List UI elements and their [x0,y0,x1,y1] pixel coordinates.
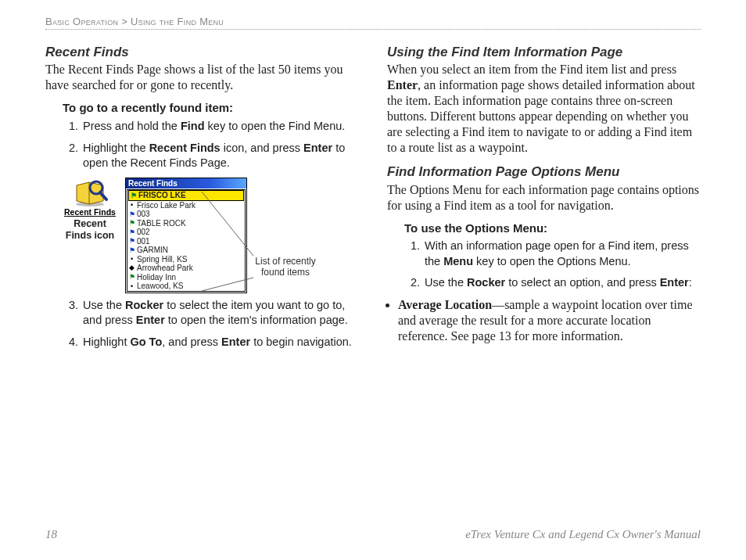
device-item-text: Holiday Inn [137,273,176,282]
step-text: , and press [162,336,221,348]
device-list-item: ⚑FRISCO LKE [128,190,244,201]
step-bold: Recent Finds [149,142,221,154]
step-bold: Rocker [125,299,163,311]
device-screenshot: Recent Finds ⚑FRISCO LKE•Frisco Lake Par… [125,178,247,293]
para-options-menu: The Options Menu for each information pa… [387,182,701,214]
list-item: Highlight Go To, and press Enter to begi… [81,335,359,350]
list-item: Highlight the Recent Finds icon, and pre… [81,141,359,171]
step-bold: Rocker [467,276,505,289]
device-title-bar: Recent Finds [126,178,246,189]
step-text: Press and hold the [83,120,181,132]
callout-text: List of recently found items [255,256,316,278]
body-bold: Enter [387,78,418,92]
device-list-item: •Leawood, KS [127,282,245,291]
step-text: to select an option, and press [505,276,660,289]
running-head: Basic Operation > Using the Find Menu [45,16,701,27]
step-bold: Menu [443,255,473,267]
steps-options: With an information page open for a Find… [404,239,701,291]
body-text: When you select an item from the Find it… [387,63,676,76]
recent-finds-icon [72,178,108,207]
step-text: Use the [425,276,467,289]
step-text: key to open the Find Menu. [205,120,346,132]
instruction-heading-recent: To go to a recently found item: [63,101,359,116]
heading-info-page: Using the Find Item Information Page [387,44,701,60]
figure-recent-finds: Recent Finds Recent Finds icon Recent Fi… [63,178,359,293]
instruction-heading-options: To use the Options Menu: [404,221,701,236]
step-text: icon, and press [221,142,303,154]
steps-recent-1-2: Press and hold the Find key to open the … [63,119,359,171]
list-item: Use the Rocker to select the item you wa… [81,298,359,328]
device-item-text: 002 [137,228,150,237]
left-column: Recent Finds The Recent Finds Page shows… [45,39,359,356]
step-text: key to open the Options Menu. [473,255,631,267]
device-item-text: Arrowhead Park [137,264,193,273]
step-text: to open the item's information page. [165,314,348,326]
device-item-text: GARMIN [137,246,168,255]
device-list-item: ⚑003 [127,210,245,219]
device-list-item: •Spring Hill, KS [127,255,245,264]
step-text: Highlight the [83,142,149,154]
two-column-layout: Recent Finds The Recent Finds Page shows… [45,39,701,356]
page-footer: 18 eTrex Venture Cx and Legend Cx Owner'… [45,528,701,541]
running-head-right: Using the Find Menu [131,16,224,27]
list-item: Press and hold the Find key to open the … [81,119,359,135]
header-rule [45,29,701,30]
figure-icon-column: Recent Finds Recent Finds icon [63,178,117,242]
device-item-text: Spring Hill, KS [137,255,187,264]
device-list-item: ◆Arrowhead Park [127,264,245,273]
step-bold: Go To [130,336,162,348]
step-text: Use the [83,299,125,311]
list-item: Average Location—sample a waypoint locat… [398,297,701,344]
device-item-text: Frisco Lake Park [137,201,195,210]
right-column: Using the Find Item Information Page Whe… [387,39,701,356]
running-head-left: Basic Operation [45,16,118,27]
device-item-text: TABLE ROCK [137,219,186,228]
device-item-text: 003 [137,210,150,219]
step-bold: Enter [303,142,332,154]
device-list-item: ⚑GARMIN [127,246,245,255]
device-list-item: ⚑TABLE ROCK [127,219,245,228]
step-bold: Find [181,120,205,132]
device-list-item: ⚑Holiday Inn [127,273,245,282]
step-bold: Enter [136,314,165,326]
bullet-bold: Average Location [398,298,492,311]
manual-title: eTrex Venture Cx and Legend Cx Owner's M… [465,528,701,541]
para-recent-finds: The Recent Finds Page shows a list of th… [45,62,359,93]
body-text: , an information page shows detailed inf… [387,78,695,154]
device-item-text: 001 [137,237,150,246]
step-text: Highlight [83,336,130,348]
page-number: 18 [45,528,57,541]
device-list: ⚑FRISCO LKE•Frisco Lake Park⚑003⚑TABLE R… [127,189,246,292]
recent-finds-icon-label: Recent Finds [63,207,117,217]
para-info-page: When you select an item from the Find it… [387,62,701,156]
device-list-item: ⚑002 [127,228,245,237]
options-bullets: Average Location—sample a waypoint locat… [387,297,701,344]
running-head-sep: > [118,16,131,27]
list-item: With an information page open for a Find… [423,239,701,269]
heading-options-menu: Find Information Page Options Menu [387,163,701,180]
step-text: to begin navigation. [250,336,352,348]
device-list-item: ⚑001 [127,237,245,246]
device-item-text: FRISCO LKE [138,191,186,200]
recent-finds-icon-caption: Recent Finds icon [63,218,117,242]
step-text: : [689,276,692,289]
instruction-block-options: To use the Options Menu: With an informa… [404,221,701,291]
step-bold: Enter [660,276,689,289]
device-item-text: Leawood, KS [137,282,184,291]
device-list-item: •Frisco Lake Park [127,201,245,210]
page-content: Basic Operation > Using the Find Menu Re… [45,16,701,538]
list-item: Use the Rocker to select an option, and … [423,275,701,291]
step-bold: Enter [221,336,250,348]
instruction-block-recent: To go to a recently found item: Press an… [63,101,359,350]
steps-recent-3-4: Use the Rocker to select the item you wa… [63,298,359,350]
heading-recent-finds: Recent Finds [45,44,359,60]
